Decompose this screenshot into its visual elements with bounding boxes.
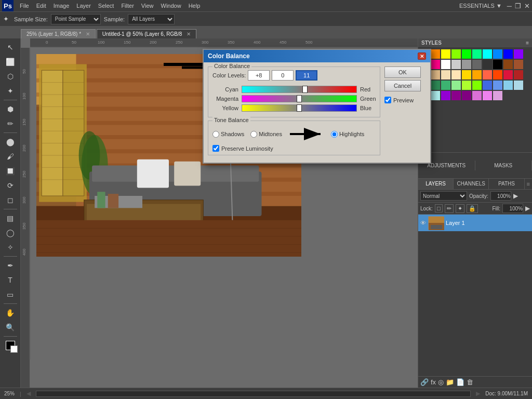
shadows-radio[interactable]: [212, 131, 219, 138]
menu-layer[interactable]: Layer: [73, 2, 94, 10]
cyan-red-slider-track[interactable]: [242, 86, 357, 93]
scroll-right-btn[interactable]: ▶: [476, 390, 480, 397]
yellow-blue-thumb[interactable]: [297, 104, 302, 112]
cancel-button[interactable]: Cancel: [384, 80, 421, 91]
cyan-red-thumb[interactable]: [302, 86, 308, 93]
shape-tool[interactable]: ▭: [3, 288, 18, 301]
swatch[interactable]: [483, 91, 492, 100]
swatch[interactable]: [493, 49, 502, 59]
panel-menu-btn[interactable]: ≡: [525, 179, 532, 189]
healing-tool[interactable]: ⬤: [3, 135, 18, 149]
sample-size-select[interactable]: Point Sample 3 by 3 Average 5 by 5 Avera…: [51, 14, 101, 24]
marquee-tool[interactable]: ⬜: [3, 55, 18, 69]
dodge-tool[interactable]: ✧: [3, 241, 18, 254]
swatch[interactable]: [483, 49, 492, 59]
swatch[interactable]: [462, 60, 471, 69]
dialog-close-button[interactable]: ✕: [418, 52, 426, 60]
lock-position-btn[interactable]: ✦: [456, 204, 464, 213]
swatch[interactable]: [472, 60, 482, 69]
preview-checkbox[interactable]: [384, 97, 391, 103]
swatch[interactable]: [472, 91, 482, 100]
quick-select-tool[interactable]: ✦: [3, 84, 18, 98]
midtones-radio[interactable]: [250, 131, 257, 138]
highlights-radio[interactable]: [331, 131, 338, 138]
clone-tool[interactable]: 🔲: [3, 164, 18, 178]
highlights-option[interactable]: Highlights: [331, 131, 364, 138]
tab-layers[interactable]: LAYERS: [418, 179, 454, 189]
blend-mode-select[interactable]: Normal: [420, 191, 467, 201]
swatch[interactable]: [441, 60, 450, 69]
swatch[interactable]: [472, 70, 482, 79]
menu-image[interactable]: Image: [50, 2, 73, 10]
add-mask-btn[interactable]: ◎: [438, 378, 444, 386]
add-style-btn[interactable]: fx: [431, 378, 436, 386]
brush-tool[interactable]: 🖌: [3, 150, 18, 163]
tab-0-close[interactable]: ✕: [86, 31, 90, 37]
fill-input[interactable]: [502, 204, 523, 213]
styles-menu-icon[interactable]: ≡: [526, 40, 529, 46]
swatch[interactable]: [483, 81, 492, 90]
delete-layer-btn[interactable]: 🗑: [467, 378, 473, 386]
swatch[interactable]: [483, 60, 492, 69]
swatch[interactable]: [451, 49, 461, 59]
new-layer-btn[interactable]: 📄: [456, 378, 464, 386]
magenta-green-thumb[interactable]: [297, 95, 302, 102]
history-tool[interactable]: ⟳: [3, 179, 18, 192]
zoom-tool[interactable]: 🔍: [3, 321, 18, 334]
swatch[interactable]: [472, 49, 482, 59]
hand-tool[interactable]: ✋: [3, 306, 18, 320]
swatch[interactable]: [431, 49, 440, 59]
swatch[interactable]: [503, 49, 513, 59]
restore-btn[interactable]: ❒: [515, 2, 521, 10]
blur-tool[interactable]: ◯: [3, 226, 18, 240]
masks-tab[interactable]: MASKS: [475, 161, 533, 170]
swatch[interactable]: [462, 70, 471, 79]
menu-window[interactable]: Window: [158, 2, 184, 10]
swatch[interactable]: [441, 81, 450, 90]
close-btn-app[interactable]: ✕: [524, 2, 530, 10]
swatch[interactable]: [431, 81, 440, 90]
tab-1[interactable]: Untitled-1 @ 50% (Layer 6, RGB/8 ✕: [97, 29, 196, 38]
menu-edit[interactable]: Edit: [33, 2, 49, 10]
swatch[interactable]: [493, 81, 502, 90]
swatch[interactable]: [431, 91, 440, 100]
swatch[interactable]: [493, 91, 502, 100]
crop-tool[interactable]: ⬢: [3, 102, 18, 116]
swatch[interactable]: [451, 91, 461, 100]
move-tool[interactable]: ↖: [3, 41, 18, 54]
yellow-blue-slider-track[interactable]: [242, 104, 357, 112]
menu-file[interactable]: File: [17, 2, 32, 10]
opacity-input[interactable]: [490, 191, 511, 201]
layer-row-1[interactable]: 👁 Layer 1: [418, 215, 532, 231]
ok-button[interactable]: OK: [384, 66, 421, 78]
swatch[interactable]: [441, 70, 450, 79]
swatch[interactable]: [493, 70, 502, 79]
swatch[interactable]: [451, 81, 461, 90]
color-level-1-input[interactable]: [248, 70, 270, 81]
lock-all-btn[interactable]: 🔒: [467, 204, 478, 213]
color-balance-dialog[interactable]: Color Balance ✕ Color Balance Color Leve…: [203, 49, 431, 164]
lock-transparent-btn[interactable]: □: [435, 204, 443, 212]
menu-select[interactable]: Select: [95, 2, 117, 10]
menu-help[interactable]: Help: [185, 2, 204, 10]
fill-arrow[interactable]: ▶: [525, 205, 530, 212]
eraser-tool[interactable]: ◻: [3, 193, 18, 207]
pen-tool[interactable]: ✒: [3, 259, 18, 272]
layer-visibility-icon[interactable]: 👁: [420, 220, 426, 226]
gradient-tool[interactable]: ▤: [3, 211, 18, 225]
swatch[interactable]: [441, 49, 450, 59]
color-level-2-input[interactable]: [272, 70, 294, 81]
swatch[interactable]: [462, 49, 471, 59]
lasso-tool[interactable]: ⬡: [3, 70, 18, 83]
tab-paths[interactable]: PATHS: [489, 179, 524, 189]
midtones-option[interactable]: Midtones: [250, 131, 282, 138]
swatch[interactable]: [431, 60, 440, 69]
swatch[interactable]: [451, 70, 461, 79]
magenta-green-slider-track[interactable]: [242, 95, 357, 102]
swatch[interactable]: [462, 81, 471, 90]
color-level-3-input[interactable]: [296, 70, 317, 81]
swatch[interactable]: [503, 70, 513, 79]
swatch[interactable]: [503, 81, 513, 90]
preserve-luminosity-checkbox[interactable]: [212, 145, 219, 152]
swatch[interactable]: [451, 60, 461, 69]
